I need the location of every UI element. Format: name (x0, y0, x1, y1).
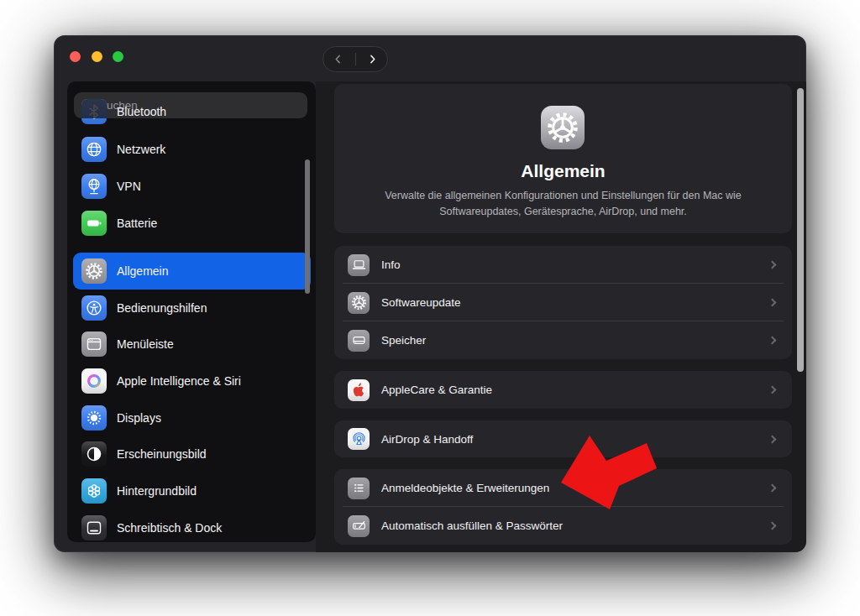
zoom-button[interactable] (113, 51, 123, 62)
chevron-right-icon (768, 261, 777, 269)
sidebar-item-vpn[interactable]: VPN (73, 168, 311, 205)
access-icon (81, 295, 107, 321)
globe-icon (81, 137, 107, 162)
sun-icon (81, 405, 107, 431)
sidebar-item-label: Apple Intelligence & Siri (117, 374, 241, 388)
nav-divider (355, 53, 356, 65)
page-header: Allgemein Verwalte die allgemeinen Konfi… (334, 84, 792, 233)
battery-icon (81, 211, 107, 236)
sidebar-item-label: Bluetooth (117, 105, 166, 118)
system-settings-window: Suchen Bluetooth Netzwerk VPN Batterie A… (54, 35, 806, 552)
row-label: Speicher (381, 334, 758, 347)
sidebar-item-label: Netzwerk (117, 143, 165, 156)
sidebar-item-label: VPN (117, 180, 141, 193)
gear-icon (546, 111, 579, 144)
sidebar-item-schreibtisch-dock[interactable]: Schreibtisch & Dock (73, 509, 311, 542)
sidebar-item-label: Bedienungshilfen (117, 301, 207, 315)
chevron-right-icon (768, 337, 777, 345)
airdrop-icon (348, 428, 370, 450)
settings-row-automatisch-ausf-llen-passw-rter[interactable]: Automatisch ausfüllen & Passwörter (334, 507, 792, 545)
sidebar-item-label: Erscheinungsbild (117, 447, 207, 461)
menubar-icon (81, 331, 107, 357)
sidebar-item-displays[interactable]: Displays (73, 399, 311, 436)
sidebar-item-netzwerk[interactable]: Netzwerk (73, 131, 311, 168)
sidebar-item-label: Allgemein (117, 264, 168, 278)
sidebar-item-bluetooth[interactable]: Bluetooth (73, 93, 311, 130)
settings-row-airdrop-handoff[interactable]: AirDrop & Handoff (334, 420, 792, 457)
row-label: AppleCare & Garantie (381, 384, 758, 396)
page-description: Verwalte die allgemeinen Konfigurationen… (351, 188, 775, 220)
settings-group: Anmeldeobjekte & Erweiterungen Automatis… (334, 469, 792, 545)
sidebar-item-label: Batterie (117, 217, 157, 230)
autofill-icon (348, 515, 370, 537)
sidebar-item-bedienungshilfen[interactable]: Bedienungshilfen (73, 290, 311, 326)
sidebar-item-label: Menüleiste (117, 337, 174, 351)
sidebar-item-batterie[interactable]: Batterie (73, 205, 311, 242)
sidebar-item-label: Schreibtisch & Dock (117, 521, 222, 535)
sidebar-item-label: Displays (117, 411, 161, 425)
minimize-button[interactable] (92, 51, 102, 62)
row-label: AirDrop & Handoff (381, 433, 758, 446)
chevron-right-icon (768, 484, 777, 493)
sidebar-item-men-leiste[interactable]: Menüleiste (73, 326, 311, 363)
list-icon (348, 478, 370, 499)
chevron-right-icon (768, 386, 777, 394)
sidebar-scrollbar[interactable] (305, 159, 310, 294)
sidebar-item-hintergrundbild[interactable]: Hintergrundbild (73, 472, 311, 509)
chevron-right-icon (768, 299, 777, 307)
close-button[interactable] (70, 51, 81, 62)
contrast-icon (81, 441, 107, 467)
apple-icon (348, 379, 370, 401)
storage-icon (348, 330, 370, 352)
bluetooth-icon (81, 99, 107, 124)
nav-buttons (322, 46, 388, 72)
settings-row-applecare-garantie[interactable]: AppleCare & Garantie (334, 371, 792, 409)
siri-icon (81, 368, 107, 394)
general-gear-app-icon (541, 106, 585, 149)
sidebar-item-apple-intelligence-siri[interactable]: Apple Intelligence & Siri (73, 363, 311, 399)
sidebar-item-erscheinungsbild[interactable]: Erscheinungsbild (73, 436, 311, 472)
titlebar[interactable] (54, 35, 806, 81)
forward-button[interactable] (360, 47, 385, 71)
content-scrollbar[interactable] (797, 88, 804, 372)
page-title: Allgemein (334, 161, 792, 181)
row-label: Anmeldeobjekte & Erweiterungen (381, 482, 758, 494)
row-label: Automatisch ausfüllen & Passwörter (381, 519, 758, 532)
gear-icon (348, 292, 370, 314)
settings-group: AppleCare & Garantie (334, 371, 792, 409)
settings-row-info[interactable]: Info (334, 246, 792, 284)
dock-icon (81, 515, 107, 540)
chevron-right-icon (768, 522, 777, 530)
sidebar: Suchen Bluetooth Netzwerk VPN Batterie A… (67, 81, 316, 542)
sidebar-item-label: Hintergrundbild (117, 484, 197, 498)
settings-row-softwareupdate[interactable]: Softwareupdate (334, 284, 792, 321)
row-label: Softwareupdate (381, 296, 758, 309)
back-button[interactable] (326, 47, 351, 71)
gear-icon (81, 258, 107, 284)
settings-row-speicher[interactable]: Speicher (334, 321, 792, 359)
chevron-left-icon (332, 53, 344, 65)
vpn-icon (81, 174, 107, 199)
settings-row-anmeldeobjekte-erweiterungen[interactable]: Anmeldeobjekte & Erweiterungen (334, 469, 792, 507)
row-label: Info (381, 258, 758, 271)
flower-icon (81, 478, 107, 504)
chevron-right-icon (768, 435, 777, 443)
settings-group: AirDrop & Handoff (334, 420, 792, 457)
settings-group: Info Softwareupdate Speicher (334, 246, 792, 359)
sidebar-item-allgemein[interactable]: Allgemein (73, 253, 311, 290)
chevron-right-icon (366, 53, 379, 65)
laptop-icon (348, 254, 370, 276)
screenshot-background: Suchen Bluetooth Netzwerk VPN Batterie A… (0, 0, 860, 616)
